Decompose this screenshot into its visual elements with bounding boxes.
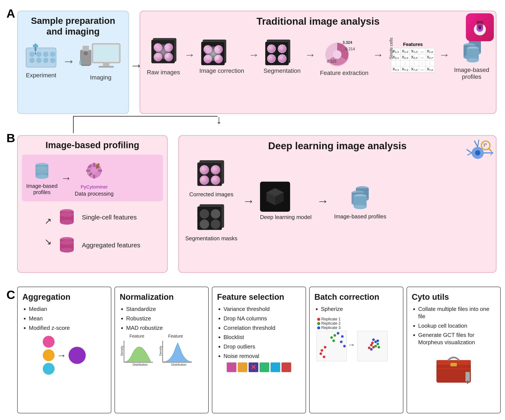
svg-point-111 <box>334 334 336 337</box>
svg-rect-49 <box>86 170 90 172</box>
section-b: B Image-based profiling Image-basedprofi… <box>4 129 501 279</box>
svg-point-122 <box>371 342 374 344</box>
panel-feature-selection-title: Feature selection <box>217 292 301 302</box>
agg-item-3: Modified z-score <box>29 324 106 332</box>
svg-point-63 <box>60 240 74 245</box>
agg-arrow: → <box>57 350 66 361</box>
agg-stack <box>43 336 55 375</box>
corrected-images: Corrected images <box>185 160 237 198</box>
fs-sq-3: ✕ <box>249 362 258 372</box>
svg-point-8 <box>50 58 55 63</box>
trad-analysis-title: Traditional image analysis <box>146 15 490 27</box>
panel-aggregation: Aggregation Median Mean Modified z-score… <box>17 287 111 413</box>
dl-output-label: Image-based profiles <box>334 213 386 220</box>
svg-point-106 <box>321 349 323 352</box>
svg-point-121 <box>368 346 371 349</box>
svg-point-115 <box>340 340 342 343</box>
svg-text:3.324: 3.324 <box>342 40 352 45</box>
fs-sq-4 <box>259 362 269 372</box>
svg-text:Replicate 2: Replicate 2 <box>321 321 341 326</box>
profiling-inner: Image-basedprofiles → <box>22 154 163 201</box>
svg-text:0.325: 0.325 <box>327 59 336 64</box>
arrow-out2: ↘ <box>44 237 52 247</box>
panel-feature-selection: Feature selection Variance threshold Dro… <box>212 287 306 413</box>
cube-svg <box>264 186 286 207</box>
fs-item-6: Noise removal <box>223 352 301 360</box>
panel-bc-title: Batch correction <box>314 292 398 302</box>
feature-matrix-step: Single cells Features X₁,₁ X₁,₂ X₁,₃ ...… <box>388 42 435 72</box>
svg-rect-48 <box>93 175 95 179</box>
svg-point-125 <box>378 346 380 348</box>
profiling-input-label: Image-basedprofiles <box>26 183 57 195</box>
svg-point-108 <box>320 352 322 355</box>
norm-charts: Feature Density Distribution <box>120 334 203 367</box>
svg-point-107 <box>324 346 326 348</box>
feature-extraction-svg: 3.324 0.214 0.325 <box>322 37 352 68</box>
toolbox-svg <box>432 350 475 385</box>
svg-text:Replicate 3: Replicate 3 <box>321 326 341 330</box>
panel-bc-items: Spherize <box>314 306 398 313</box>
section-c: C Aggregation Median Mean Modified z-sco… <box>4 286 501 414</box>
svg-point-110 <box>330 336 333 339</box>
svg-point-114 <box>341 335 344 338</box>
panel-normalization-items: Standardize Robustize MAD robustize <box>120 306 203 332</box>
profiling-outputs: ↗ ↘ Single-cell features <box>22 208 163 255</box>
svg-point-127 <box>377 340 379 342</box>
cu-item-3: Generate GCT files for Morpheus visualiz… <box>418 332 496 346</box>
fs-item-1: Variance threshold <box>223 306 301 313</box>
section-a: A Sample preparationand imaging <box>4 4 501 124</box>
svg-point-116 <box>343 345 346 347</box>
single-cell-db-svg <box>56 208 78 227</box>
dl-model-box <box>260 182 290 212</box>
output-arrows: ↗ ↘ <box>44 216 52 247</box>
svg-rect-47 <box>93 163 95 167</box>
section-label-a: A <box>6 6 15 20</box>
cp-logo <box>466 13 494 41</box>
svg-point-2 <box>36 52 41 57</box>
panel-aggregation-title: Aggregation <box>22 292 106 302</box>
scatter-svg: Replicate 1 Replicate 2 Replicate 3 <box>314 316 390 370</box>
section-label-c: C <box>6 288 15 302</box>
segmentation-masks: Segmentation masks <box>185 204 237 242</box>
dl-pipeline: Corrected images <box>185 160 490 242</box>
bc-item-1: Spherize <box>321 306 398 313</box>
imaging-svg <box>79 41 122 72</box>
svg-rect-133 <box>436 368 471 370</box>
arrow-3: → <box>305 49 316 61</box>
neuron-icon <box>466 138 494 166</box>
norm-item-2: Robustize <box>126 315 203 322</box>
svg-point-6 <box>36 58 41 63</box>
svg-point-124 <box>374 345 377 347</box>
svg-text:0.214: 0.214 <box>345 47 355 51</box>
agg-circle-blue <box>43 363 55 375</box>
image-correction-step: Image correction <box>199 39 244 74</box>
svg-line-65 <box>474 141 478 147</box>
svg-point-40 <box>467 58 479 62</box>
agg-circle-pink <box>43 336 55 348</box>
svg-point-99 <box>317 318 320 321</box>
segmentation-step: Segmentation <box>264 39 301 74</box>
raw-images-step: Raw images <box>147 38 180 76</box>
features-header: Features <box>391 42 435 47</box>
imaging-icon-group: Imaging <box>79 41 122 81</box>
agg-item-1: Median <box>29 306 106 313</box>
panel-normalization: Normalization Standardize Robustize MAD … <box>114 287 209 413</box>
svg-point-62 <box>60 248 74 253</box>
main-container: A Sample preparationand imaging <box>0 0 505 420</box>
chart-after-feature-label: Feature <box>158 334 193 339</box>
c-panels: Aggregation Median Mean Modified z-score… <box>17 287 501 413</box>
aggregated-label: Aggregated features <box>82 241 140 249</box>
pycytominer-widget: PyCytominer Data processing <box>75 159 114 197</box>
svg-point-5 <box>29 58 35 63</box>
fs-diagram: ✕ <box>217 362 301 372</box>
scatter-diagram: Replicate 1 Replicate 2 Replicate 3 <box>314 316 398 371</box>
dl-output-db-svg <box>346 182 374 212</box>
arrow-out1: ↗ <box>44 216 52 226</box>
svg-rect-14 <box>103 63 109 66</box>
profiling-input: Image-basedprofiles <box>26 161 57 195</box>
chart-before-svg: Density Distribution <box>120 339 154 366</box>
svg-point-72 <box>475 150 480 155</box>
svg-point-7 <box>43 58 48 63</box>
fs-x-mark: ✕ <box>251 363 256 371</box>
fs-item-4: Blocklist <box>223 334 301 341</box>
